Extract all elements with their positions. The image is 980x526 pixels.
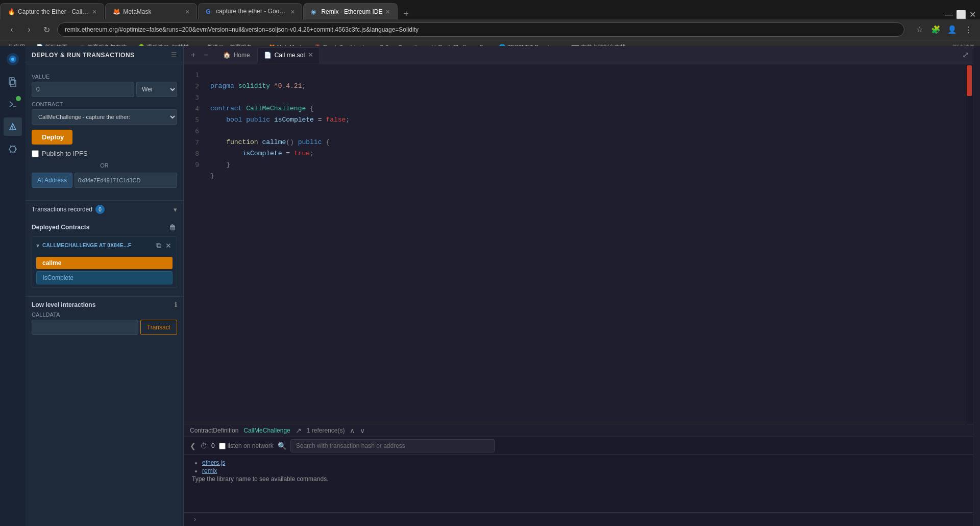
back-button[interactable]: ‹ xyxy=(5,23,18,36)
prev-ref-button[interactable]: ∧ xyxy=(350,426,355,435)
ref-label: 1 reference(s) xyxy=(307,427,345,434)
tab-2-close[interactable]: × xyxy=(185,8,189,16)
close-contract-button[interactable]: ✕ xyxy=(164,240,173,251)
transactions-label: Transactions recorded 0 xyxy=(32,205,105,214)
console-output: ethers.js remix Type the library name to… xyxy=(184,455,973,512)
callme-tab-icon: 📄 xyxy=(264,52,272,59)
reload-button[interactable]: ↻ xyxy=(40,23,53,36)
transaction-search-input[interactable] xyxy=(290,439,495,452)
extensions-icon[interactable]: 🧩 xyxy=(929,23,942,36)
right-scrollbar[interactable] xyxy=(966,64,973,424)
tab-1-close[interactable]: × xyxy=(92,8,96,16)
profile-icon[interactable]: 👤 xyxy=(945,23,959,36)
browser-chrome: 🔥 Capture the Ether - Call me × 🦊 MetaMa… xyxy=(0,0,980,46)
deploy-icon xyxy=(8,122,18,132)
transactions-header[interactable]: Transactions recorded 0 ▾ xyxy=(26,201,183,218)
callme-button[interactable]: callme xyxy=(36,257,173,269)
tab-4-close[interactable]: × xyxy=(385,8,389,16)
minimize-button[interactable]: — xyxy=(945,10,953,19)
expand-console-icon[interactable]: › xyxy=(190,514,200,525)
compile-badge xyxy=(16,96,21,101)
collapse-icon[interactable]: ❮ xyxy=(190,442,196,450)
maximize-button[interactable]: ⬜ xyxy=(956,10,966,19)
callme-tab-close[interactable]: ✕ xyxy=(308,51,313,59)
svg-line-13 xyxy=(10,152,11,153)
calldata-label: CALLDATA xyxy=(32,312,177,318)
tab-3[interactable]: G capture the ether - Google 搜... × xyxy=(198,3,302,19)
forward-button[interactable]: › xyxy=(22,23,36,36)
editor-tab-callme[interactable]: 📄 Call me.sol ✕ xyxy=(257,47,320,63)
new-tab-button[interactable]: + xyxy=(399,9,414,19)
contract-select[interactable]: CallMeChallenge - capture the ether: xyxy=(32,109,177,125)
value-row: Wei Gwei Finney Ether xyxy=(32,82,177,97)
tab-3-icon: G xyxy=(206,8,213,15)
tab-1[interactable]: 🔥 Capture the Ether - Call me × xyxy=(0,3,104,19)
tab-3-close[interactable]: × xyxy=(290,8,295,16)
copy-contract-button[interactable]: ⧉ xyxy=(155,240,162,251)
sidebar-icon-deploy[interactable] xyxy=(4,117,22,136)
sidebar-icon-compile[interactable] xyxy=(4,95,22,113)
at-address-row: At Address xyxy=(32,173,177,188)
menu-icon[interactable]: ⋮ xyxy=(962,23,975,36)
contract-name-label: CALLMECHALLENGE AT 0X84E...F xyxy=(42,243,152,248)
zoom-in-button[interactable]: + xyxy=(188,50,199,61)
tab-4[interactable]: ◉ Remix - Ethereum IDE × xyxy=(303,3,397,19)
code-content[interactable]: pragma solidity ^0.4.21; contract CallMe… xyxy=(204,64,966,424)
deployed-contract-header: ▾ CALLMECHALLENGE AT 0X84E...F ⧉ ✕ xyxy=(32,237,177,254)
console-item-remix: remix xyxy=(202,467,965,474)
next-ref-button[interactable]: ∨ xyxy=(360,426,365,435)
transaction-toolbar: ❮ ⏱ 0 listen on network 🔍 xyxy=(184,437,973,455)
panel-menu-icon[interactable]: ☰ xyxy=(171,51,177,59)
contract-chevron-icon[interactable]: ▾ xyxy=(36,242,39,249)
remix-link[interactable]: remix xyxy=(202,467,965,474)
deployed-contracts-section: Deployed Contracts 🗑 ▾ CALLMECHALLENGE A… xyxy=(26,218,183,296)
editor-area: + − 🏠 Home 📄 Call me.sol ✕ ⤢ 1 2 3 4 xyxy=(184,46,973,526)
publish-ipfs-checkbox[interactable] xyxy=(32,150,39,157)
ethers-link[interactable]: ethers.js xyxy=(202,459,965,466)
deployed-contracts-title: Deployed Contracts xyxy=(32,224,89,231)
tab-2-label: MetaMask xyxy=(123,8,151,15)
deploy-button[interactable]: Deploy xyxy=(32,130,72,145)
editor-tabs: + − 🏠 Home 📄 Call me.sol ✕ ⤢ xyxy=(184,46,973,64)
tab-2-icon: 🦊 xyxy=(113,8,120,15)
unit-select[interactable]: Wei Gwei Finney Ether xyxy=(136,82,177,97)
editor-content[interactable]: 1 2 3 4 5 6 7 8 9 pragma solidity ^0.4.2… xyxy=(184,64,973,424)
contract-buttons: callme isComplete xyxy=(32,254,177,288)
address-input[interactable] xyxy=(57,22,904,37)
search-icon[interactable]: 🔍 xyxy=(278,442,286,450)
publish-ipfs-row: Publish to IPFS xyxy=(32,150,177,157)
value-input[interactable] xyxy=(32,82,134,97)
clock-icon[interactable]: ⏱ xyxy=(200,442,207,450)
at-address-button[interactable]: At Address xyxy=(32,173,72,188)
panel-header: DEPLOY & RUN TRANSACTIONS ☰ xyxy=(26,46,183,64)
tab-4-label: Remix - Ethereum IDE xyxy=(321,8,382,15)
home-tab-label: Home xyxy=(234,52,250,59)
delete-contracts-button[interactable]: 🗑 xyxy=(168,222,177,232)
debug-icon xyxy=(8,144,18,154)
listen-network-checkbox[interactable] xyxy=(219,443,226,449)
publish-ipfs-label: Publish to IPFS xyxy=(42,150,88,157)
share-icon[interactable]: ↗ xyxy=(296,426,302,435)
transactions-badge: 0 xyxy=(95,205,105,214)
low-level-info-icon[interactable]: ℹ xyxy=(175,301,177,308)
transact-button[interactable]: Transact xyxy=(140,320,177,335)
close-button[interactable]: ✕ xyxy=(969,10,976,19)
address-bar-row: ‹ › ↻ ☆ 🧩 👤 ⋮ xyxy=(0,19,980,40)
expand-editor-button[interactable]: ⤢ xyxy=(962,50,969,60)
editor-tab-home[interactable]: 🏠 Home xyxy=(217,47,256,63)
svg-line-9 xyxy=(10,146,11,147)
tab-2[interactable]: 🦊 MetaMask × xyxy=(105,3,197,19)
tab-4-icon: ◉ xyxy=(311,8,318,15)
sidebar-icon-debug[interactable] xyxy=(4,140,22,158)
line-numbers: 1 2 3 4 5 6 7 8 9 xyxy=(184,64,204,424)
bookmark-star-icon[interactable]: ☆ xyxy=(913,23,926,36)
zoom-out-button[interactable]: − xyxy=(201,50,211,61)
contract-def-label: ContractDefinition xyxy=(190,427,238,434)
low-level-section: Low level interactions ℹ CALLDATA Transa… xyxy=(26,296,183,339)
iscomplete-button[interactable]: isComplete xyxy=(36,271,173,284)
at-address-input[interactable] xyxy=(75,173,177,188)
sidebar-icon-logo[interactable] xyxy=(4,50,22,68)
sidebar-icon-files[interactable] xyxy=(4,73,22,91)
low-level-title: Low level interactions xyxy=(32,301,95,308)
calldata-input[interactable] xyxy=(32,320,138,335)
